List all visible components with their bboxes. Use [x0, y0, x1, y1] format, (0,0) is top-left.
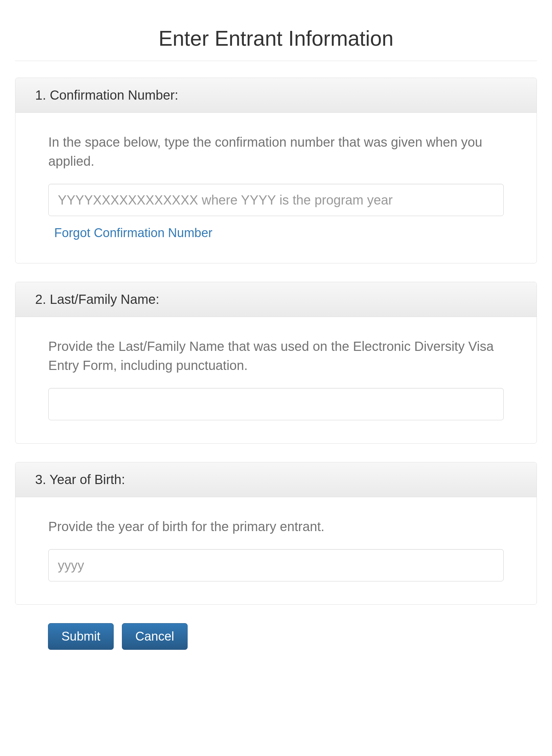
panel-body-yob: Provide the year of birth for the primar… — [15, 497, 537, 605]
panel-body-lastname: Provide the Last/Family Name that was us… — [15, 317, 537, 443]
year-of-birth-input[interactable] — [48, 549, 504, 581]
divider — [15, 61, 537, 61]
submit-button[interactable]: Submit — [48, 623, 114, 650]
panel-heading-confirmation: 1. Confirmation Number: — [15, 78, 537, 113]
help-text-yob: Provide the year of birth for the primar… — [48, 517, 504, 536]
cancel-button[interactable]: Cancel — [122, 623, 187, 650]
panel-heading-yob: 3. Year of Birth: — [15, 462, 537, 497]
forgot-confirmation-link[interactable]: Forgot Confirmation Number — [54, 226, 213, 240]
help-text-confirmation: In the space below, type the confirmatio… — [48, 132, 504, 171]
button-row: Submit Cancel — [15, 623, 537, 650]
page-title: Enter Entrant Information — [15, 26, 537, 50]
panel-body-confirmation: In the space below, type the confirmatio… — [15, 113, 537, 263]
panel-lastname: 2. Last/Family Name: Provide the Last/Fa… — [15, 282, 537, 444]
panel-confirmation: 1. Confirmation Number: In the space bel… — [15, 78, 537, 263]
help-text-lastname: Provide the Last/Family Name that was us… — [48, 337, 504, 375]
panel-yob: 3. Year of Birth: Provide the year of bi… — [15, 462, 537, 605]
confirmation-number-input[interactable] — [48, 184, 504, 216]
panel-heading-lastname: 2. Last/Family Name: — [15, 282, 537, 317]
lastname-input[interactable] — [48, 388, 504, 420]
page-container: Enter Entrant Information 1. Confirmatio… — [0, 0, 552, 676]
